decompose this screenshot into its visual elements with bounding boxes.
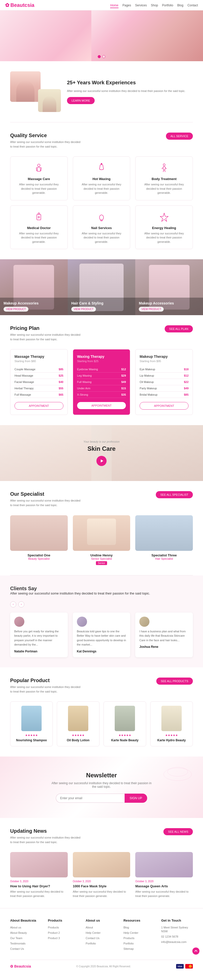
footer-link[interactable]: Our Team — [10, 937, 22, 940]
testimonial-avatar-2 — [77, 617, 87, 627]
nav-home[interactable]: Home — [110, 3, 118, 8]
gallery-item-1[interactable]: Makeup Accessories VIEW PRODUCT — [0, 259, 68, 315]
product-name-2: Oil Body Lotion — [60, 738, 97, 742]
footer-link[interactable]: Products — [48, 926, 59, 929]
pricing-item: Full Waxing$49 — [77, 379, 126, 385]
nav-shop[interactable]: Shop — [151, 3, 158, 7]
footer-col-title-about: About Beautcsia — [10, 918, 42, 922]
newsletter-email-input[interactable] — [56, 794, 125, 803]
product-card-3[interactable]: ★★★★★ Karte Nude Beauty — [103, 702, 146, 746]
all-specialist-button[interactable]: SEE ALL SPECIALIST — [156, 491, 193, 498]
footer-link[interactable]: Contact Us — [86, 937, 100, 940]
testimonial-next-button[interactable]: › — [18, 601, 24, 608]
gallery-item-3[interactable]: Makeup Accessories VIEW PRODUCT — [135, 259, 203, 315]
news-header-left: Updating News After seeing our successfu… — [10, 828, 81, 845]
hero-dot-2[interactable] — [102, 55, 105, 58]
appointment-btn-waxing[interactable]: APPOINTMENT — [77, 402, 126, 409]
testimonial-prev-button[interactable]: ‹ — [10, 601, 16, 608]
plan-name-waxing: Waxing Therapy — [77, 355, 126, 359]
footer-link[interactable]: Help Center — [123, 931, 138, 934]
service-title-massage: Massage Care — [14, 177, 64, 181]
footer-link[interactable]: Help Center — [86, 931, 101, 934]
about-title: 25+ Years Work Experiences — [67, 79, 186, 86]
footer-link[interactable]: info@beautcsia.com — [161, 940, 187, 943]
gallery-btn-3[interactable]: VIEW PRODUCT — [139, 307, 164, 312]
newsletter-form: SIGN UP — [56, 794, 147, 803]
products-title: Popular Product — [10, 678, 81, 683]
news-desc-3: After seeing our successful they decided… — [135, 889, 193, 898]
gallery-btn-1[interactable]: VIEW PRODUCT — [3, 307, 29, 312]
nav-links: Home Pages Services Shop Portfolio Blog … — [110, 3, 198, 7]
products-grid: ★★★★★ Nourishing Shampoo ★★★★★ Oil Body … — [10, 702, 193, 746]
service-desc-nail: After seeing our successful they decided… — [77, 231, 127, 244]
skincare-subtitle: Your beauty is our profession — [84, 440, 119, 443]
product-card-4[interactable]: ★★★★★ Karte Hydro Beauty — [150, 702, 193, 746]
footer-link[interactable]: About us — [10, 926, 21, 929]
svg-point-17 — [164, 768, 192, 781]
quality-description: After seeing our successful some institu… — [10, 140, 81, 149]
plan-starting-massage: Starting from $80 — [14, 360, 63, 363]
footer-link[interactable]: Blog — [123, 926, 129, 929]
footer-link[interactable]: Products — [123, 937, 134, 940]
pricing-item: Under Arm$15 — [77, 385, 126, 391]
mastercard-icon — [185, 964, 193, 969]
footer-link[interactable]: Portfolio — [123, 942, 133, 945]
gallery-btn-2[interactable]: VIEW PRODUCT — [71, 307, 96, 312]
pricing-grid: Massage Therapy Starting from $80 Couple… — [10, 349, 193, 415]
specialist-name-1: Specialist One — [10, 554, 68, 557]
footer-link[interactable]: 02 1234 5678 — [161, 935, 178, 938]
footer-link[interactable]: Product 2 — [48, 931, 60, 934]
product-name-1: Nourishing Shampoo — [13, 738, 50, 742]
svg-point-18 — [168, 767, 188, 776]
nav-contact[interactable]: Contact — [187, 3, 198, 7]
all-news-button[interactable]: SEE ALL NEWS — [163, 828, 193, 835]
quality-header: Quality Service After seeing our success… — [10, 132, 193, 149]
pricing-item: Party Makeup$49 — [140, 385, 189, 391]
footer-link[interactable]: Product 3 — [48, 937, 60, 940]
specialist-description: After seeing our successful some institu… — [10, 498, 81, 508]
svg-point-0 — [38, 164, 40, 167]
plan-name-massage: Massage Therapy — [14, 355, 63, 359]
pricing-item: X-Strong$35 — [77, 391, 126, 398]
footer-link[interactable]: About Beauty — [10, 931, 27, 934]
product-stars-3: ★★★★★ — [106, 733, 143, 737]
nav-portfolio[interactable]: Portfolio — [162, 3, 173, 7]
gallery-item-2[interactable]: Hair Care & Styling VIEW PRODUCT — [68, 259, 135, 315]
play-button[interactable] — [97, 456, 106, 466]
footer-link[interactable]: Contact Us — [10, 947, 24, 950]
clients-section: Clients Say After seeing our successful … — [0, 576, 203, 667]
plan-starting-waxing: Starting from $25 — [77, 360, 126, 363]
nav-blog[interactable]: Blog — [178, 3, 184, 7]
clients-header: Clients Say After seeing our successful … — [10, 585, 193, 595]
scroll-to-top-button[interactable] — [192, 948, 200, 955]
skincare-content: Your beauty is our profession Skin Care — [84, 440, 119, 466]
nav-services[interactable]: Services — [135, 3, 147, 7]
all-products-button[interactable]: SEE ALL PRODUCTS — [156, 678, 193, 685]
product-name-3: Karte Nude Beauty — [106, 738, 143, 742]
product-card-2[interactable]: ★★★★★ Oil Body Lotion — [57, 702, 100, 746]
product-card-1[interactable]: ★★★★★ Nourishing Shampoo — [10, 702, 53, 746]
hero-dot-1[interactable] — [98, 55, 101, 58]
newsletter-submit-button[interactable]: SIGN UP — [125, 794, 147, 803]
gallery-section: Makeup Accessories VIEW PRODUCT Hair Car… — [0, 259, 203, 315]
service-desc-body: After seeing our successful they decided… — [139, 182, 189, 195]
footer-link[interactable]: 1 Meet Street Sydney NSW — [161, 926, 188, 933]
footer-link[interactable]: Sitemap — [123, 947, 133, 950]
specialist-grid: Specialist One Beauty Specialist Undine … — [10, 515, 193, 565]
footer-link[interactable]: Portfolio — [86, 942, 96, 945]
all-plans-button[interactable]: SEE ALL PLAN — [165, 325, 193, 332]
news-grid: October 3, 2020 How to Using Hair Dryer?… — [10, 852, 193, 898]
specialist-name-2: Undine Henny — [73, 554, 130, 557]
about-learn-more-button[interactable]: LEARN MORE — [67, 97, 95, 104]
appointment-btn-massage[interactable]: APPOINTMENT — [14, 402, 63, 410]
skincare-title: Skin Care — [84, 445, 119, 452]
footer-link[interactable]: About — [86, 926, 93, 929]
pricing-card-makeup: Makeup Therapy Starting from $95 Eye Mak… — [135, 349, 193, 415]
hero-dots — [98, 55, 105, 58]
service-desc-waxing: After seeing our successful they decided… — [77, 182, 127, 195]
footer-link[interactable]: Testimonials — [10, 942, 25, 945]
appointment-btn-makeup[interactable]: APPOINTMENT — [140, 402, 189, 410]
all-services-button[interactable]: ALL SERVICE — [166, 132, 193, 140]
testimonial-card-3: I have a business plan and what from thi… — [135, 612, 193, 657]
nav-pages[interactable]: Pages — [122, 3, 131, 7]
